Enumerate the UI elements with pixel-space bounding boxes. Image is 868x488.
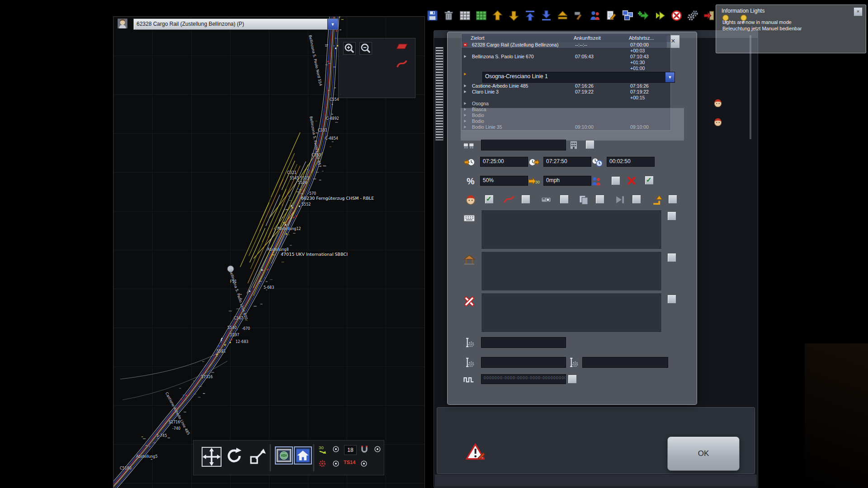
- chevron-down-icon[interactable]: ▼: [327, 19, 338, 29]
- schedule-row[interactable]: Castione-Arbedo Linie 48507:16:2607:16:2…: [462, 83, 670, 89]
- world-view-button[interactable]: [275, 446, 293, 465]
- wave-checkbox[interactable]: [568, 375, 577, 384]
- move-top-button[interactable]: [524, 9, 537, 22]
- edit-order-button[interactable]: [605, 9, 618, 22]
- signal-overlay-button[interactable]: [317, 459, 327, 469]
- passengers-button[interactable]: [589, 9, 602, 22]
- schedule-row[interactable]: +00:03: [462, 48, 670, 54]
- schedule-row[interactable]: Bodio Linie 3509:10:0009:10:00: [462, 124, 670, 130]
- radio-ts[interactable]: [360, 460, 368, 468]
- radio-speed[interactable]: [332, 445, 340, 453]
- zoom-in-button[interactable]: [343, 42, 356, 55]
- cell-abfahrt: [630, 118, 663, 124]
- speed-field[interactable]: 0mph: [543, 176, 591, 186]
- uporange-checkbox[interactable]: [668, 195, 677, 204]
- rotate-button[interactable]: [225, 447, 243, 465]
- speed-overlay-button[interactable]: 30: [317, 444, 328, 455]
- map-label: 5-683: [264, 286, 274, 290]
- cell-ankunft: [575, 60, 630, 66]
- forward-button[interactable]: [654, 9, 667, 22]
- schedule-row[interactable]: +01:30: [462, 60, 670, 66]
- projector-checkbox[interactable]: [560, 195, 569, 204]
- map-label: 5597: [230, 333, 239, 337]
- exit-button[interactable]: [703, 9, 716, 22]
- cell-zielort: Bellinzona S. Paolo Linie 670: [472, 54, 575, 60]
- scale-button[interactable]: [249, 447, 267, 465]
- script-field-2[interactable]: [481, 357, 566, 368]
- schedule-row[interactable]: Claro Linie 307:19:2207:19:22: [462, 89, 670, 95]
- schedule-row[interactable]: Bodio: [462, 113, 670, 118]
- cancel-stop-button[interactable]: [626, 175, 637, 187]
- delete-button[interactable]: [442, 9, 455, 22]
- confirm-checkbox[interactable]: [645, 176, 654, 185]
- stack-icon: [578, 194, 590, 206]
- step-checkbox[interactable]: [632, 195, 641, 204]
- windows-button[interactable]: [621, 9, 634, 22]
- radio-signal[interactable]: [332, 460, 340, 468]
- zoom-level-field[interactable]: 18: [344, 445, 357, 455]
- eject-button[interactable]: [556, 9, 569, 22]
- grid-view-button[interactable]: [458, 9, 472, 22]
- close-icon[interactable]: ×: [854, 7, 863, 16]
- departure-time-field[interactable]: 07:27:50: [543, 157, 591, 167]
- note-area-1[interactable]: [481, 210, 662, 249]
- script-field-3[interactable]: [582, 357, 668, 368]
- radio-magnet[interactable]: [373, 445, 382, 453]
- schedule-row[interactable]: Osogna: [462, 101, 670, 107]
- guid-field[interactable]: 0000000-0000-0000-0000-0000000000: [481, 374, 566, 384]
- zoom-out-button[interactable]: [359, 42, 372, 55]
- note2-checkbox[interactable]: [667, 253, 676, 262]
- move-up-button[interactable]: [491, 9, 504, 22]
- face-checkbox[interactable]: [485, 195, 494, 204]
- gradient-view-button[interactable]: [396, 58, 408, 70]
- row-icon: [462, 60, 472, 66]
- platform-checkbox[interactable]: [585, 140, 594, 149]
- repair-button[interactable]: [572, 9, 585, 22]
- ok-button[interactable]: OK: [667, 436, 740, 471]
- cancel-route-button[interactable]: [670, 9, 683, 22]
- schedule-row[interactable]: 62328 Cargo Rail (Zustellung Bellinzona)…: [462, 42, 670, 48]
- schedule-row[interactable]: Biasca: [462, 107, 670, 113]
- note-area-3[interactable]: [481, 293, 662, 333]
- ramp-view-button[interactable]: [396, 41, 408, 53]
- notification-line-de: Beleuchtung jetzt Manuel bedienbar: [722, 26, 802, 31]
- map-label: C331: [318, 129, 327, 132]
- station-combo[interactable]: Osogna-Cresciano Linie 1▼: [482, 72, 675, 83]
- home-view-button[interactable]: [294, 446, 312, 465]
- arrival-time-field[interactable]: 07:25:00: [480, 157, 528, 167]
- station-building-button[interactable]: [568, 139, 580, 151]
- note3-checkbox[interactable]: [667, 295, 676, 304]
- redcurve-icon: [503, 194, 515, 206]
- move-down-button[interactable]: [507, 9, 520, 22]
- schedule-combo-row[interactable]: Osogna-Cresciano Linie 1▼: [462, 71, 670, 83]
- passengers-checkbox[interactable]: [611, 176, 620, 185]
- script-field-1[interactable]: [481, 337, 566, 348]
- schedule-row[interactable]: +01:00: [462, 66, 670, 71]
- pan-button[interactable]: [202, 447, 222, 467]
- grid-view-green-button[interactable]: [475, 9, 488, 22]
- add-route-button[interactable]: [637, 9, 651, 22]
- chevron-down-icon[interactable]: ▼: [665, 72, 675, 82]
- cell-abfahrt: +01:00: [630, 66, 663, 71]
- snap-magnet-button[interactable]: [360, 445, 369, 454]
- load-percent-field[interactable]: 50%: [480, 176, 528, 186]
- duration-field[interactable]: 00:02:50: [607, 157, 655, 167]
- map-label: 47015 UKV International SBBCI: [281, 253, 348, 256]
- redcurve-checkbox[interactable]: [521, 195, 530, 204]
- settings-button[interactable]: [686, 9, 699, 22]
- platform-field[interactable]: [481, 140, 566, 150]
- schedule-row[interactable]: +00:15: [462, 95, 670, 101]
- stack-checkbox[interactable]: [595, 195, 604, 204]
- col-zielort: Zielort: [471, 34, 574, 42]
- track-map[interactable]: Bellinzona S. Paolo Nord 554C554C-4892Be…: [113, 16, 425, 488]
- schedule-row[interactable]: Bodio: [462, 118, 670, 124]
- schedule-row[interactable]: Bellinzona S. Paolo Linie 67007:05:4307:…: [462, 54, 670, 60]
- save-button[interactable]: [426, 9, 439, 22]
- move-bottom-button[interactable]: [540, 9, 553, 22]
- map-label: 5-745: [156, 434, 167, 438]
- row-icon: [462, 66, 472, 71]
- note1-checkbox[interactable]: [667, 211, 676, 221]
- map-label: 5540: [227, 326, 236, 330]
- note-area-2[interactable]: [481, 251, 662, 291]
- train-selector[interactable]: 62328 Cargo Rail (Zustellung Bellinzona)…: [133, 19, 338, 30]
